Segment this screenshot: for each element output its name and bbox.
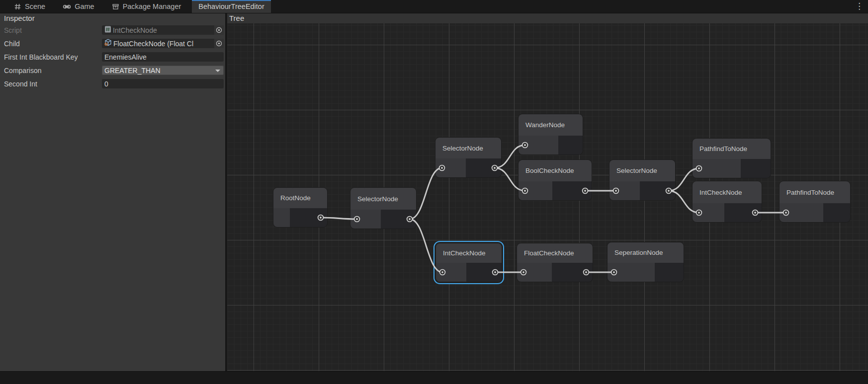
node-port-row — [693, 159, 771, 178]
dropdown-arrow-icon — [215, 70, 220, 72]
inspector-panel: Inspector ScriptIntCheckNodeChildFloatCh… — [0, 13, 226, 371]
node-port-row — [519, 181, 592, 200]
node-pathfindtonode[interactable]: PathfindToNode — [693, 139, 771, 178]
field-label: Second Int — [4, 80, 102, 88]
node-port-row — [517, 263, 593, 282]
node-floatchecknode[interactable]: FloatCheckNode — [517, 243, 593, 282]
node-port-row — [350, 210, 416, 229]
object-picker-icon[interactable] — [216, 40, 222, 47]
field-label: First Int Blackboard Key — [4, 53, 102, 61]
gamepad-icon — [63, 3, 71, 10]
node-rootnode[interactable]: RootNode — [273, 188, 327, 227]
bottom-bar — [0, 371, 868, 384]
node-title: PathfindToNode — [780, 181, 850, 203]
node-title: IntCheckNode — [693, 181, 762, 203]
node-intchecknode[interactable]: IntCheckNode — [436, 243, 502, 282]
node-port-row — [693, 203, 762, 222]
csharp-script-icon — [104, 26, 111, 33]
node-selectornode[interactable]: SelectorNode — [435, 138, 501, 177]
node-wandernode[interactable]: WanderNode — [519, 114, 583, 154]
input-container — [608, 263, 655, 282]
tab-label: Game — [75, 2, 94, 10]
node-title: FloatCheckNode — [517, 243, 593, 263]
object-picker-button[interactable] — [214, 39, 224, 48]
input-container — [436, 263, 466, 282]
comparison-dropdown[interactable]: GREATER_THAN — [102, 66, 224, 75]
output-container — [381, 210, 416, 229]
kebab-menu-icon[interactable]: ⋮ — [855, 1, 863, 11]
script-object-field[interactable]: IntCheckNode — [102, 25, 224, 35]
output-container — [741, 159, 771, 178]
node-title: SeperationNode — [608, 242, 684, 263]
object-picker-button[interactable] — [214, 25, 224, 35]
node-boolchecknode[interactable]: BoolCheckNode — [519, 160, 592, 200]
node-port-row — [273, 208, 327, 227]
node-selectornode[interactable]: SelectorNode — [350, 188, 416, 229]
node-title: IntCheckNode — [436, 243, 502, 263]
output-container — [552, 181, 592, 200]
input-container — [517, 263, 552, 282]
inspector-row-second-int: Second Int0 — [4, 79, 224, 88]
node-port-row — [435, 158, 501, 177]
output-container — [290, 208, 327, 227]
inspector-title: Inspector — [0, 13, 225, 23]
input-container — [609, 181, 640, 200]
inspector-row-first-int-blackboard-key: First Int Blackboard KeyEnemiesAlive — [4, 52, 224, 62]
input-container — [693, 159, 741, 178]
output-container — [655, 263, 684, 282]
output-container — [823, 203, 850, 222]
input-container — [519, 136, 558, 154]
node-selectornode[interactable]: SelectorNode — [609, 160, 675, 200]
node-title: SelectorNode — [609, 160, 675, 181]
node-pathfindtonode[interactable]: PathfindToNode — [780, 181, 850, 222]
graph-panel[interactable]: Tree RootNodeSelectorNodeSelectorNodeWan… — [227, 13, 868, 371]
output-container — [640, 181, 675, 200]
output-container — [724, 203, 762, 222]
input-container — [780, 203, 823, 222]
prefab-cube-icon — [104, 39, 112, 46]
input-container — [435, 158, 466, 177]
tab-game[interactable]: Game — [56, 0, 101, 13]
tab-label: BehaviourTreeEditor — [198, 2, 264, 10]
inspector-row-child: ChildFloatCheckNode (Float Cl — [4, 39, 224, 48]
node-title: PathfindToNode — [693, 139, 771, 159]
inspector-row-comparison: ComparisonGREATER_THAN — [4, 66, 224, 75]
node-title: SelectorNode — [435, 138, 501, 158]
field-label: Comparison — [4, 67, 102, 75]
tab-label: Package Manager — [123, 2, 181, 10]
node-port-row — [608, 263, 684, 282]
node-title: WanderNode — [519, 114, 583, 136]
first-int-blackboard-key-text-input[interactable]: EnemiesAlive — [102, 52, 224, 62]
package-icon — [112, 3, 119, 10]
node-port-row — [780, 203, 850, 222]
node-port-row — [519, 136, 583, 154]
tab-scene[interactable]: Scene — [7, 0, 52, 13]
output-container — [466, 263, 502, 282]
output-container — [558, 136, 583, 154]
top-tab-bar: SceneGamePackage ManagerBehaviourTreeEdi… — [0, 0, 868, 13]
graph-title: Tree — [227, 13, 868, 23]
node-port-row — [436, 263, 502, 282]
node-title: BoolCheckNode — [519, 160, 592, 181]
input-container — [693, 203, 724, 222]
field-label: Child — [4, 40, 102, 48]
second-int-text-input[interactable]: 0 — [102, 79, 224, 88]
output-container — [552, 263, 593, 282]
inspector-row-script: ScriptIntCheckNode — [4, 25, 224, 35]
node-title: SelectorNode — [350, 188, 416, 210]
tab-label: Scene — [25, 2, 45, 10]
node-seperationnode[interactable]: SeperationNode — [608, 242, 684, 282]
child-object-field[interactable]: FloatCheckNode (Float Cl — [102, 39, 224, 48]
scene-grid-icon — [14, 3, 21, 10]
input-container — [519, 181, 552, 200]
node-intchecknode[interactable]: IntCheckNode — [693, 181, 762, 222]
node-title: RootNode — [273, 188, 327, 208]
output-container — [466, 158, 501, 177]
object-picker-icon[interactable] — [216, 27, 222, 33]
input-container — [273, 208, 290, 227]
tab-package-manager[interactable]: Package Manager — [105, 0, 188, 13]
field-label: Script — [4, 26, 102, 34]
tab-behaviourtreeeditor[interactable]: BehaviourTreeEditor — [192, 0, 270, 13]
input-container — [350, 210, 381, 229]
node-port-row — [609, 181, 675, 200]
